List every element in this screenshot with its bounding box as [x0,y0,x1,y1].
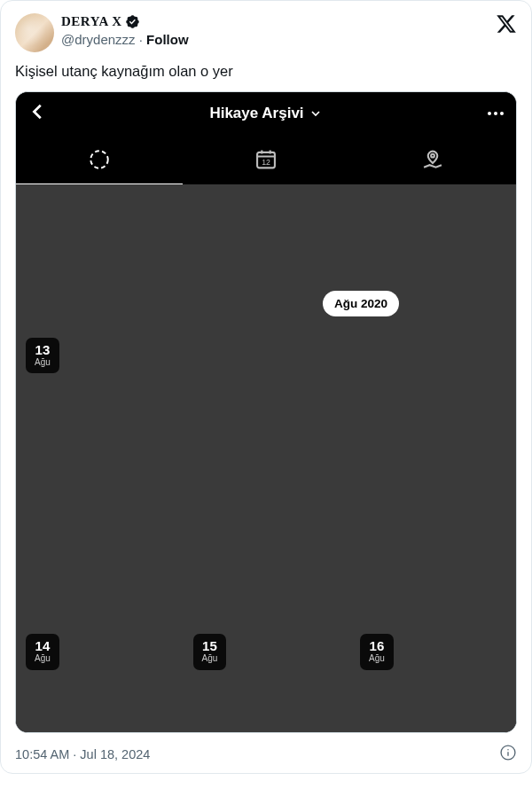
tab-map[interactable] [349,135,516,184]
handle[interactable]: @drydenzzz [61,32,136,47]
tweet-header: DERYA X @drydenzzz · Follow [15,13,517,52]
grid-cell[interactable] [350,328,516,623]
grid-cell[interactable]: 15 Ağu [184,624,349,732]
grid-cell[interactable] [16,184,182,326]
archive-title-text: Hikaye Arşivi [209,105,303,122]
follow-link[interactable]: Follow [146,32,189,47]
tweet-footer: 10:54 AM · Jul 18, 2024 [15,744,517,764]
date-badge: 14 Ağu [26,634,59,669]
svg-point-0 [90,152,108,169]
svg-point-6 [431,154,434,158]
grid-cell[interactable] [184,328,349,623]
tweet-text: Kişisel utanç kaynağım olan o yer [15,61,517,81]
avatar[interactable] [15,13,54,52]
more-options-button[interactable] [488,112,504,115]
date-badge: 16 Ağu [360,634,394,669]
grid-cell[interactable]: 14 Ağu [16,624,182,732]
embedded-screenshot: Hikaye Arşivi 12 [15,91,517,733]
archive-grid: Ağu 2020 13 Ağu 14 [16,184,516,732]
month-indicator-pill: Ağu 2020 [323,291,399,316]
chevron-down-icon [309,106,323,121]
back-button[interactable] [28,102,48,125]
archive-tabs: 12 [16,135,516,184]
date-badge: 13 Ağu [26,338,59,373]
date-badge: 15 Ağu [193,634,227,669]
grid-cell[interactable]: 13 Ağu [16,328,182,623]
map-pin-icon [420,147,445,172]
info-icon[interactable] [499,744,517,764]
grid-cell[interactable]: 16 Ağu [350,624,516,732]
archive-title-dropdown[interactable]: Hikaye Arşivi [209,105,322,122]
tab-calendar[interactable]: 12 [183,135,349,184]
calendar-icon: 12 [254,147,278,172]
svg-point-8 [507,749,509,751]
tweet-timestamp[interactable]: 10:54 AM · Jul 18, 2024 [15,747,150,761]
stories-circle-icon [88,148,111,171]
display-name[interactable]: DERYA X [61,13,122,31]
verified-badge-icon [125,14,140,29]
tab-stories[interactable] [16,135,183,184]
archive-header: Hikaye Arşivi [16,92,516,135]
x-logo-icon[interactable] [496,13,517,38]
svg-text:12: 12 [262,158,270,167]
